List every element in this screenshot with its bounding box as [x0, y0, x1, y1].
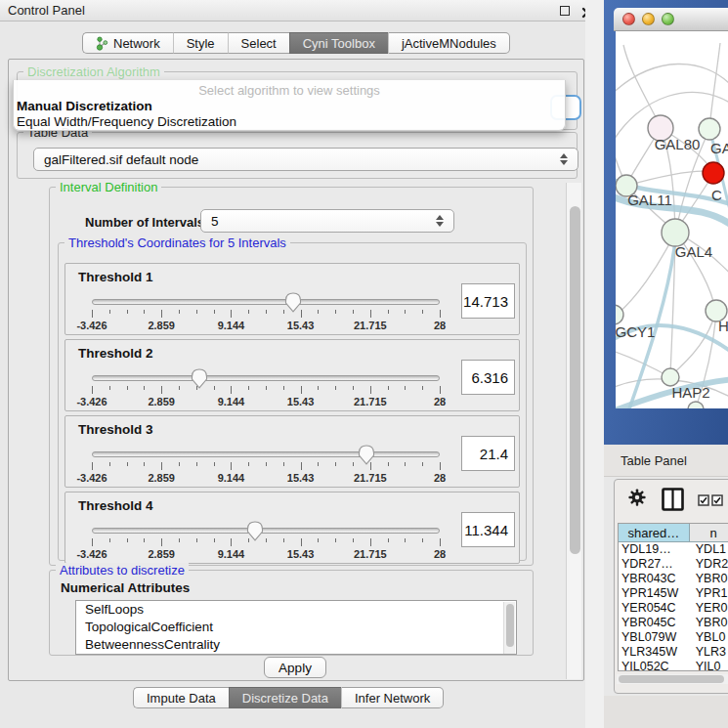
apply-button[interactable]: Apply: [264, 657, 326, 678]
list-scrollbar[interactable]: [503, 602, 515, 655]
split-columns-icon[interactable]: [662, 488, 684, 515]
slider-track[interactable]: [92, 528, 440, 534]
traffic-minimize-icon[interactable]: [642, 13, 655, 25]
network-node-label: H: [718, 318, 728, 334]
column-header[interactable]: n: [690, 524, 728, 542]
tick-mark: [335, 538, 336, 542]
network-node-label: GAL80: [655, 136, 701, 152]
algorithm-option[interactable]: Equal Width/Frequency Discretization: [14, 113, 565, 129]
tick-mark: [161, 462, 162, 470]
tab-label: jActiveMNodules: [402, 36, 496, 51]
combo-stepper-icon: [560, 153, 569, 165]
threshold-value-field[interactable]: 14.713: [461, 283, 515, 319]
bottom-tab-impute-data[interactable]: Impute Data: [133, 687, 229, 708]
table-row[interactable]: YBR045CYBR0: [619, 616, 728, 630]
tick-mark: [266, 462, 267, 466]
threshold-slider[interactable]: -3.4262.8599.14415.4321.71528: [92, 340, 440, 412]
tick-label: 21.715: [354, 320, 387, 331]
table-cell: YPR1: [690, 586, 728, 601]
network-node-label: C: [711, 187, 722, 203]
table-row[interactable]: YDR27…YDR2: [619, 557, 728, 572]
network-node-gal4[interactable]: [662, 219, 689, 246]
table-row[interactable]: YPR145WYPR1: [619, 586, 728, 601]
network-edge[interactable]: [626, 171, 712, 186]
tick-mark: [214, 462, 215, 466]
table-row[interactable]: YDL19…YDL1: [619, 542, 728, 557]
tick-mark: [335, 310, 336, 314]
attribute-list-item[interactable]: BetweennessCentrality: [76, 636, 516, 654]
tick-mark: [214, 386, 215, 390]
float-window-icon[interactable]: [559, 5, 571, 17]
tab-label: Network: [113, 36, 160, 51]
tick-mark: [196, 310, 197, 314]
table-header-row: shared…n: [619, 524, 728, 542]
network-node-label: GCY1: [616, 323, 655, 340]
table-panel-footer: [604, 696, 728, 728]
threshold-slider[interactable]: -3.4262.8599.14415.4321.71528: [92, 416, 440, 489]
slider-track[interactable]: [92, 375, 440, 381]
network-node[interactable]: [688, 402, 704, 408]
table-row[interactable]: YBL079WYBL0: [619, 630, 728, 645]
slider-ticks: [92, 386, 440, 394]
tick-mark: [161, 386, 162, 394]
tick-mark: [127, 310, 128, 314]
table-horizontal-scrollbar[interactable]: [617, 674, 728, 684]
tab-select[interactable]: Select: [228, 32, 289, 54]
threshold-slider[interactable]: -3.4262.8599.14415.4321.71528: [92, 492, 440, 565]
bottom-tab-discretize-data[interactable]: Discretize Data: [229, 687, 341, 708]
network-node-ga[interactable]: [699, 118, 720, 140]
number-of-intervals-spinner[interactable]: 5: [200, 209, 454, 233]
tick-mark: [388, 462, 389, 466]
checkbox-icon[interactable]: [698, 492, 709, 510]
settings-vertical-scrollbar[interactable]: [566, 183, 581, 679]
table-row[interactable]: YER054CYER0: [619, 601, 728, 616]
table-data-value: galFiltered.sif default node: [44, 152, 198, 167]
traffic-close-icon[interactable]: [622, 13, 635, 25]
network-edge[interactable]: [709, 43, 720, 128]
tick-mark: [92, 310, 93, 318]
tick-label: 28: [434, 472, 446, 484]
tick-mark: [266, 538, 267, 542]
table-row[interactable]: YLR345WYLR3: [619, 645, 728, 660]
column-header[interactable]: shared…: [619, 524, 690, 542]
slider-track[interactable]: [92, 451, 440, 457]
table-cell: YPR145W: [619, 586, 690, 601]
table-cell: YBR043C: [619, 572, 690, 586]
tick-mark: [318, 310, 319, 314]
threshold-value-field[interactable]: 21.4: [461, 436, 515, 471]
network-edge[interactable]: [623, 45, 661, 127]
attribute-list-item[interactable]: SelfLoops: [76, 601, 516, 619]
algorithm-option[interactable]: Manual Discretization: [14, 98, 565, 113]
tick-mark: [405, 538, 406, 542]
tick-label: 2.859: [148, 548, 175, 560]
threshold-value-field[interactable]: 6.316: [461, 360, 515, 395]
tick-mark: [214, 538, 215, 542]
tick-mark: [301, 310, 302, 318]
bottom-tab-infer-network[interactable]: Infer Network: [341, 687, 444, 708]
threshold-slider[interactable]: -3.4262.8599.14415.4321.71528: [92, 264, 440, 336]
slider-track[interactable]: [92, 299, 440, 305]
network-edge[interactable]: [618, 233, 675, 314]
network-node-gcy1[interactable]: [616, 305, 623, 324]
table-row[interactable]: YIL052CYIL0: [619, 660, 728, 671]
network-edge[interactable]: [670, 313, 715, 376]
gear-icon[interactable]: [628, 489, 646, 510]
checkbox-icon[interactable]: [711, 492, 723, 510]
table-data-combobox[interactable]: galFiltered.sif default node: [33, 148, 578, 171]
table-row[interactable]: YBR043CYBR0: [619, 572, 728, 586]
table-cell: YDL19…: [619, 542, 690, 557]
network-edge[interactable]: [616, 64, 728, 96]
network-node-c[interactable]: [703, 162, 724, 184]
tab-jactivemnodules[interactable]: jActiveMNodules: [388, 32, 510, 54]
threshold-value-field[interactable]: 11.344: [461, 512, 515, 547]
tab-network[interactable]: Network: [82, 32, 173, 54]
traffic-zoom-icon[interactable]: [662, 13, 674, 25]
algorithm-dropdown-popup: Select algorithm to view settings Manual…: [13, 80, 566, 131]
network-canvas[interactable]: GAL80GACGAL11GAL4HGCY1HAP2: [616, 31, 728, 408]
tick-mark: [144, 462, 145, 466]
control-panel-titlebar: Control Panel: [0, 0, 604, 21]
numerical-attributes-list[interactable]: SelfLoopsTopologicalCoefficientBetweenne…: [75, 600, 517, 655]
tab-cyni-toolbox[interactable]: Cyni Toolbox: [289, 32, 388, 54]
tab-style[interactable]: Style: [173, 32, 228, 54]
attribute-list-item[interactable]: TopologicalCoefficient: [76, 619, 516, 636]
